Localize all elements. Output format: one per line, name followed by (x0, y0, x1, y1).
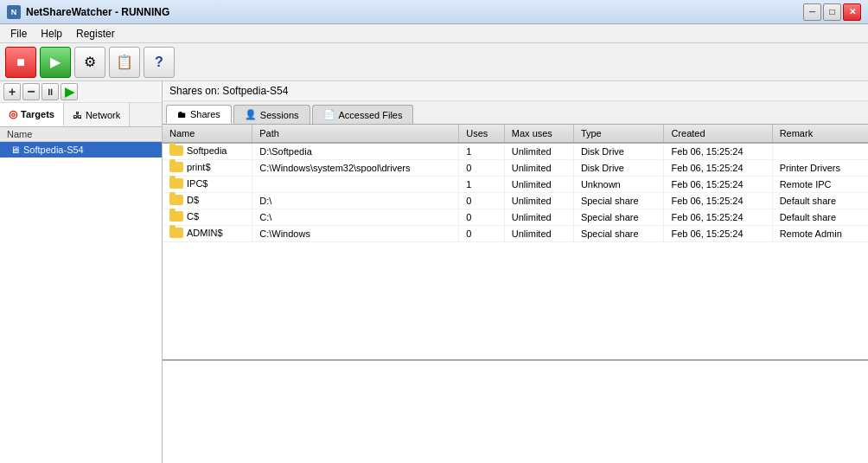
tab-targets[interactable]: ◎ Targets (0, 103, 64, 126)
sessions-tab-icon: 👤 (245, 109, 257, 120)
table-row[interactable]: SoftpediaD:\Softpedia1UnlimitedDisk Driv… (163, 143, 868, 160)
cell-4: Unknown (573, 177, 664, 193)
remove-target-button[interactable]: − (22, 83, 40, 100)
tab-sessions[interactable]: 👤 Sessions (233, 105, 310, 124)
left-panel: + − ⏸ ▶ ◎ Targets 🖧 Network Name 🖥 Softp… (0, 81, 163, 463)
cell-5: Feb 06, 15:25:24 (664, 193, 772, 209)
table-row[interactable]: print$C:\Windows\system32\spool\drivers0… (163, 160, 868, 177)
shares-on-label: Shares on: Softpedia-S54 (169, 85, 288, 97)
cell-3: Unlimited (504, 209, 573, 226)
computer-icon: 🖥 (10, 145, 20, 155)
table-row[interactable]: ADMIN$C:\Windows0UnlimitedSpecial shareF… (163, 226, 868, 242)
right-panel: Shares on: Softpedia-S54 🖿 Shares 👤 Sess… (163, 81, 868, 463)
col-uses[interactable]: Uses (459, 125, 505, 143)
main-layout: + − ⏸ ▶ ◎ Targets 🖧 Network Name 🖥 Softp… (0, 81, 868, 463)
cell-1: D:\Softpedia (252, 143, 459, 160)
cell-0: ADMIN$ (163, 226, 252, 242)
cell-6: Remote Admin (772, 226, 868, 242)
title-bar: N NetShareWatcher - RUNNING ─ □ ✕ (0, 0, 868, 24)
accessed-files-tab-label: Accessed Files (339, 110, 403, 120)
table-row[interactable]: C$C:\0UnlimitedSpecial shareFeb 06, 15:2… (163, 209, 868, 226)
resume-button[interactable]: ▶ (61, 83, 78, 100)
window-title: NetShareWatcher - RUNNING (26, 6, 803, 18)
cell-4: Disk Drive (573, 160, 664, 177)
action-bar: + − ⏸ ▶ (0, 81, 162, 103)
cell-6: Default share (772, 209, 868, 226)
cell-0: Softpedia (163, 143, 252, 160)
cell-5: Feb 06, 15:25:24 (664, 143, 772, 160)
tree-item-label: Softpedia-S54 (23, 145, 84, 155)
col-max-uses[interactable]: Max uses (504, 125, 573, 143)
settings-button[interactable]: ⚙ (74, 47, 105, 78)
cell-6 (772, 143, 868, 160)
left-panel-tabs: ◎ Targets 🖧 Network (0, 103, 162, 127)
cell-4: Special share (573, 193, 664, 209)
shares-table: Name Path Uses Max uses Type Created Rem… (163, 125, 868, 242)
table-row[interactable]: IPC$1UnlimitedUnknownFeb 06, 15:25:24Rem… (163, 177, 868, 193)
cell-2: 0 (459, 193, 505, 209)
menu-help[interactable]: Help (34, 26, 69, 42)
menu-bar: File Help Register (0, 24, 868, 43)
cell-0: C$ (163, 209, 252, 226)
tree-area: Name 🖥 Softpedia-S54 (0, 127, 162, 463)
col-type[interactable]: Type (573, 125, 664, 143)
tab-accessed-files[interactable]: 📄 Accessed Files (312, 105, 414, 124)
shares-table-container: Name Path Uses Max uses Type Created Rem… (163, 125, 868, 359)
table-row[interactable]: D$D:\0UnlimitedSpecial shareFeb 06, 15:2… (163, 193, 868, 209)
play-button[interactable]: ▶ (40, 47, 71, 78)
lower-right-panel (163, 359, 868, 463)
cell-2: 0 (459, 226, 505, 242)
menu-file[interactable]: File (3, 26, 34, 42)
close-button[interactable]: ✕ (843, 3, 861, 21)
shares-tab-icon: 🖿 (177, 109, 187, 119)
maximize-button[interactable]: □ (823, 3, 841, 21)
col-name[interactable]: Name (163, 125, 252, 143)
help-button[interactable]: ? (144, 47, 175, 78)
col-remark[interactable]: Remark (772, 125, 868, 143)
tree-column-header: Name (0, 127, 162, 142)
target-icon: ◎ (9, 108, 17, 120)
minimize-button[interactable]: ─ (803, 3, 821, 21)
tree-item-softpedia[interactable]: 🖥 Softpedia-S54 (0, 142, 162, 158)
tab-network[interactable]: 🖧 Network (64, 103, 130, 126)
cell-6: Default share (772, 193, 868, 209)
cell-0: D$ (163, 193, 252, 209)
cell-4: Disk Drive (573, 143, 664, 160)
log-button[interactable]: 📋 (109, 47, 140, 78)
menu-register[interactable]: Register (69, 26, 122, 42)
shares-tab-label: Shares (190, 109, 220, 119)
window-controls: ─ □ ✕ (803, 3, 861, 21)
cell-3: Unlimited (504, 160, 573, 177)
app-icon: N (7, 5, 21, 19)
tab-network-label: Network (86, 110, 120, 120)
cell-5: Feb 06, 15:25:24 (664, 160, 772, 177)
cell-1: C:\ (252, 209, 459, 226)
cell-3: Unlimited (504, 193, 573, 209)
accessed-files-tab-icon: 📄 (323, 109, 335, 120)
right-tabs: 🖿 Shares 👤 Sessions 📄 Accessed Files (163, 101, 868, 125)
cell-3: Unlimited (504, 226, 573, 242)
cell-5: Feb 06, 15:25:24 (664, 209, 772, 226)
pause-button[interactable]: ⏸ (41, 83, 59, 100)
network-icon: 🖧 (73, 110, 82, 120)
tab-shares[interactable]: 🖿 Shares (166, 105, 232, 124)
cell-1: D:\ (252, 193, 459, 209)
cell-5: Feb 06, 15:25:24 (664, 226, 772, 242)
cell-2: 1 (459, 177, 505, 193)
add-target-button[interactable]: + (3, 83, 21, 100)
cell-3: Unlimited (504, 177, 573, 193)
cell-3: Unlimited (504, 143, 573, 160)
stop-button[interactable]: ■ (5, 47, 36, 78)
right-panel-header: Shares on: Softpedia-S54 (163, 81, 868, 101)
cell-2: 0 (459, 160, 505, 177)
cell-6: Printer Drivers (772, 160, 868, 177)
cell-0: IPC$ (163, 177, 252, 193)
col-path[interactable]: Path (252, 125, 459, 143)
cell-2: 0 (459, 209, 505, 226)
cell-1: C:\Windows (252, 226, 459, 242)
cell-1: C:\Windows\system32\spool\drivers (252, 160, 459, 177)
col-created[interactable]: Created (664, 125, 772, 143)
cell-1 (252, 177, 459, 193)
cell-4: Special share (573, 209, 664, 226)
tab-targets-label: Targets (21, 109, 54, 119)
